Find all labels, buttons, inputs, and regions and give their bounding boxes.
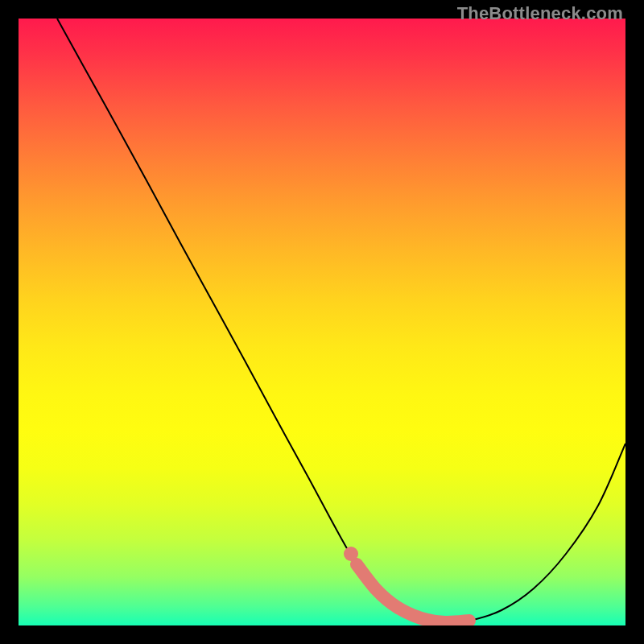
sweet-spot-dot	[344, 547, 358, 561]
curve-layer	[19, 19, 625, 625]
plot-area	[19, 19, 625, 625]
sweet-spot-highlight	[357, 564, 469, 622]
watermark-text: TheBottleneck.com	[457, 3, 623, 24]
chart-frame: TheBottleneck.com	[0, 0, 644, 644]
bottleneck-curve	[57, 19, 625, 622]
